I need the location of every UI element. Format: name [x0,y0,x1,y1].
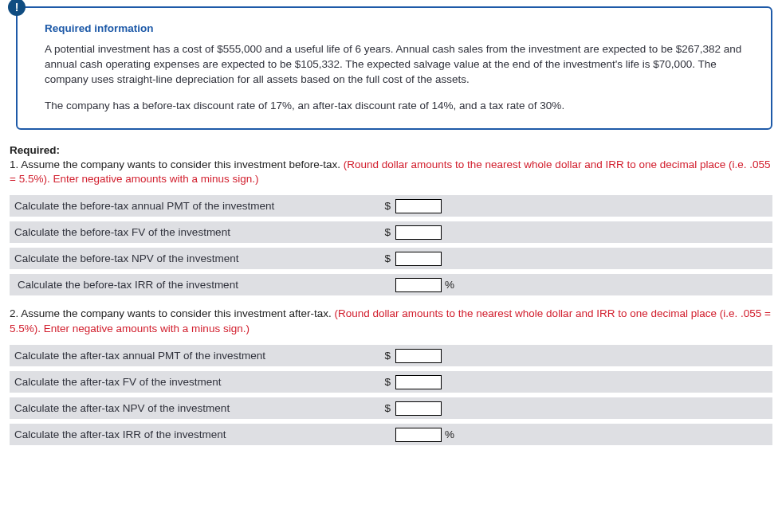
input-after-tax-fv[interactable] [395,375,442,389]
value-cell: $ [376,375,544,389]
info-box: Required information A potential investm… [16,6,772,130]
value-cell: $ [376,199,544,213]
question-2-text: 2. Assume the company wants to consider … [10,307,772,337]
q1-rows: Calculate the before-tax annual PMT of t… [10,195,772,295]
row-after-tax-fv: Calculate the after-tax FV of the invest… [10,371,772,393]
question-1-text: 1. Assume the company wants to consider … [10,158,772,188]
row-after-tax-irr: Calculate the after-tax IRR of the inves… [10,424,772,445]
value-cell: $ [376,252,544,266]
row-before-tax-fv: Calculate the before-tax FV of the inves… [10,221,772,243]
dollar-sign: $ [376,200,391,212]
input-before-tax-fv[interactable] [395,225,442,240]
dollar-sign: $ [376,350,391,362]
label-before-tax-pmt: Calculate the before-tax annual PMT of t… [10,200,376,212]
q2-prefix: 2. Assume the company wants to consider … [10,307,334,319]
row-before-tax-npv: Calculate the before-tax NPV of the inve… [10,248,772,269]
input-before-tax-npv[interactable] [395,252,442,266]
required-info-title: Required information [45,22,753,34]
input-before-tax-pmt[interactable] [395,199,442,213]
label-after-tax-fv: Calculate the after-tax FV of the invest… [10,376,376,388]
row-before-tax-irr: Calculate the before-tax IRR of the inve… [10,274,772,295]
input-after-tax-npv[interactable] [395,401,442,416]
required-info-panel: ! Required information A potential inves… [10,6,772,130]
value-cell: % [376,278,544,292]
label-before-tax-fv: Calculate the before-tax FV of the inves… [10,226,376,238]
q1-prefix: 1. Assume the company wants to consider … [10,158,344,170]
row-after-tax-npv: Calculate the after-tax NPV of the inves… [10,397,772,419]
label-after-tax-pmt: Calculate the after-tax annual PMT of th… [10,350,376,362]
label-after-tax-npv: Calculate the after-tax NPV of the inves… [10,402,376,414]
value-cell: $ [376,349,544,363]
input-before-tax-irr[interactable] [395,278,442,292]
label-before-tax-irr: Calculate the before-tax IRR of the inve… [10,279,376,291]
row-after-tax-pmt: Calculate the after-tax annual PMT of th… [10,345,772,366]
q2-rows: Calculate the after-tax annual PMT of th… [10,345,772,445]
dollar-sign: $ [376,402,391,414]
value-cell: % [376,428,544,442]
row-before-tax-pmt: Calculate the before-tax annual PMT of t… [10,195,772,217]
value-cell: $ [376,225,544,240]
label-after-tax-irr: Calculate the after-tax IRR of the inves… [10,428,376,440]
input-after-tax-irr[interactable] [395,428,442,442]
dollar-sign: $ [376,226,391,238]
percent-sign: % [442,428,456,440]
value-cell: $ [376,401,544,416]
label-before-tax-npv: Calculate the before-tax NPV of the inve… [10,252,376,264]
required-label: Required: [10,144,772,156]
percent-sign: % [442,279,456,291]
dollar-sign: $ [376,376,391,388]
input-after-tax-pmt[interactable] [395,349,442,363]
info-paragraph-1: A potential investment has a cost of $55… [45,42,753,88]
info-paragraph-2: The company has a before-tax discount ra… [45,99,753,114]
dollar-sign: $ [376,252,391,264]
